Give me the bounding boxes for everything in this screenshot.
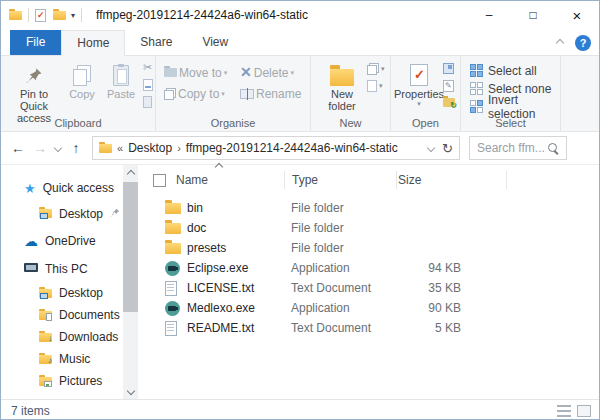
breadcrumb-separator[interactable]: › bbox=[177, 142, 181, 154]
refresh-icon[interactable]: ↻ bbox=[442, 141, 453, 156]
edit-button[interactable] bbox=[443, 79, 455, 92]
file-row-doc[interactable]: doc File folder bbox=[138, 218, 599, 238]
back-button[interactable]: ← bbox=[7, 140, 29, 156]
new-folder-button[interactable]: New folder bbox=[317, 57, 367, 112]
rename-button[interactable]: Rename bbox=[240, 87, 314, 100]
sidebar-item-music[interactable]: ♪ Music bbox=[1, 348, 138, 370]
tab-view[interactable]: View bbox=[187, 30, 243, 55]
details-view-icon[interactable] bbox=[557, 405, 571, 417]
file-row-bin[interactable]: bin File folder bbox=[138, 198, 599, 218]
large-icons-view-icon[interactable] bbox=[577, 405, 591, 417]
new-folder-icon bbox=[330, 62, 354, 86]
tab-file[interactable]: File bbox=[10, 30, 61, 55]
minimize-button[interactable]: – bbox=[467, 1, 511, 29]
edit-icon bbox=[443, 80, 454, 92]
address-dropdown-icon[interactable] bbox=[427, 144, 435, 152]
file-row-presets[interactable]: presets File folder bbox=[138, 238, 599, 258]
tab-home[interactable]: Home bbox=[61, 30, 125, 56]
sidebar-item-desktop-pinned[interactable]: Desktop bbox=[1, 201, 138, 226]
new-item-button[interactable]: ▾ bbox=[367, 79, 385, 92]
copy-path-button[interactable] bbox=[143, 78, 153, 91]
window-title: ffmpeg-20191214-24424a6-win64-static bbox=[96, 8, 308, 22]
search-icon[interactable] bbox=[548, 143, 560, 155]
qat-customize-caret-icon[interactable]: ▾ bbox=[71, 11, 75, 20]
breadcrumb[interactable]: « Desktop › ffmpeg-20191214-24424a6-win6… bbox=[92, 136, 460, 160]
paste-shortcut-button[interactable] bbox=[143, 95, 153, 108]
copy-icon bbox=[73, 62, 91, 86]
properties-button[interactable]: Properties ▾ bbox=[395, 57, 443, 109]
invert-selection-icon bbox=[470, 100, 483, 113]
paste-shortcut-icon bbox=[143, 96, 152, 108]
group-label-clipboard: Clipboard bbox=[1, 117, 155, 129]
column-resize-handle[interactable] bbox=[284, 171, 285, 189]
pin-to-quick-access-button[interactable]: Pin to Quick access bbox=[5, 57, 63, 124]
chevron-down-icon: ▾ bbox=[381, 65, 385, 73]
column-resize-handle[interactable] bbox=[396, 171, 397, 189]
select-all-button[interactable]: Select all bbox=[470, 63, 560, 78]
breadcrumb-item-desktop[interactable]: Desktop bbox=[128, 141, 172, 155]
file-row-medlexo-exe[interactable]: Medlexo.exe Application 90 KB bbox=[138, 298, 599, 318]
desktop-folder-icon bbox=[39, 209, 52, 218]
help-icon[interactable]: ? bbox=[575, 35, 591, 51]
sidebar-item-desktop[interactable]: Desktop bbox=[1, 282, 138, 304]
breadcrumb-item-current-folder[interactable]: ffmpeg-20191214-24424a6-win64-static bbox=[186, 141, 398, 155]
qat-properties-icon[interactable] bbox=[35, 9, 46, 22]
scroll-up-icon[interactable] bbox=[123, 166, 138, 181]
main-content: ★ Quick access Desktop ☁ OneDrive This P… bbox=[1, 165, 599, 399]
up-button[interactable]: ↑ bbox=[65, 140, 87, 156]
recent-locations-button[interactable] bbox=[51, 145, 65, 151]
delete-icon: ✕ bbox=[240, 66, 252, 79]
paste-button[interactable]: Paste bbox=[101, 57, 141, 124]
chevron-down-icon: ▾ bbox=[417, 100, 421, 108]
sidebar-scrollbar[interactable] bbox=[123, 165, 138, 399]
desktop-folder-icon bbox=[39, 289, 52, 298]
close-button[interactable]: × bbox=[555, 1, 599, 29]
explorer-window: ▾ ffmpeg-20191214-24424a6-win64-static –… bbox=[0, 0, 600, 420]
paste-icon bbox=[113, 62, 129, 86]
sidebar-item-downloads[interactable]: ↓ Downloads bbox=[1, 326, 138, 348]
items-count: 7 items bbox=[11, 404, 50, 418]
history-button[interactable] bbox=[443, 96, 455, 109]
ribbon-group-organise: Move to ▾ ✕ Delete ▾ Copy to ▾ Rename bbox=[156, 56, 311, 131]
minimize-ribbon-icon[interactable] bbox=[556, 38, 564, 46]
scrollbar-thumb[interactable] bbox=[123, 182, 138, 312]
folder-icon bbox=[165, 243, 181, 254]
forward-button[interactable]: → bbox=[29, 140, 51, 156]
file-row-license-txt[interactable]: LICENSE.txt Text Document 35 KB bbox=[138, 278, 599, 298]
column-resize-handle[interactable] bbox=[506, 171, 507, 189]
chevron-down-icon: ▾ bbox=[290, 69, 294, 77]
invert-selection-button[interactable]: Invert selection bbox=[470, 99, 560, 114]
sort-ascending-icon bbox=[215, 163, 223, 171]
text-file-icon bbox=[165, 321, 177, 336]
application-icon bbox=[165, 261, 180, 276]
divider bbox=[81, 8, 82, 22]
delete-button[interactable]: ✕ Delete ▾ bbox=[240, 66, 314, 79]
sidebar-item-documents[interactable]: Documents bbox=[1, 304, 138, 326]
group-label-new: New bbox=[311, 117, 390, 129]
easy-access-button[interactable]: ▾ bbox=[367, 62, 385, 75]
open-icon bbox=[443, 63, 454, 74]
tab-share[interactable]: Share bbox=[125, 30, 187, 55]
sidebar-item-quick-access[interactable]: ★ Quick access bbox=[1, 175, 138, 201]
ribbon: Pin to Quick access Copy Paste ✂ Clipboa… bbox=[1, 56, 599, 132]
sidebar-item-onedrive[interactable]: ☁ OneDrive bbox=[1, 228, 138, 254]
column-header-type[interactable]: Type bbox=[286, 173, 392, 187]
sidebar-item-this-pc[interactable]: This PC bbox=[1, 256, 138, 282]
open-button[interactable] bbox=[443, 62, 455, 75]
move-to-button[interactable]: Move to ▾ bbox=[164, 66, 240, 79]
music-folder-icon: ♪ bbox=[39, 355, 52, 364]
copy-to-button[interactable]: Copy to ▾ bbox=[164, 87, 240, 100]
file-row-readme-txt[interactable]: README.txt Text Document 5 KB bbox=[138, 318, 599, 338]
folder-icon bbox=[165, 203, 181, 214]
copy-button[interactable]: Copy bbox=[63, 57, 101, 124]
breadcrumb-collapse[interactable]: « bbox=[117, 142, 123, 154]
sidebar-item-pictures[interactable]: Pictures bbox=[1, 370, 138, 392]
maximize-button[interactable]: □ bbox=[511, 1, 555, 29]
file-row-eclipse-exe[interactable]: Eclipse.exe Application 94 KB bbox=[138, 258, 599, 278]
cut-button[interactable]: ✂ bbox=[143, 61, 153, 74]
qat-new-folder-icon[interactable] bbox=[53, 11, 66, 20]
select-all-checkbox[interactable] bbox=[153, 174, 166, 187]
scroll-down-icon[interactable] bbox=[123, 383, 138, 398]
ribbon-group-new: New folder ▾ ▾ New bbox=[311, 56, 391, 131]
column-header-name[interactable]: Name bbox=[176, 173, 286, 187]
